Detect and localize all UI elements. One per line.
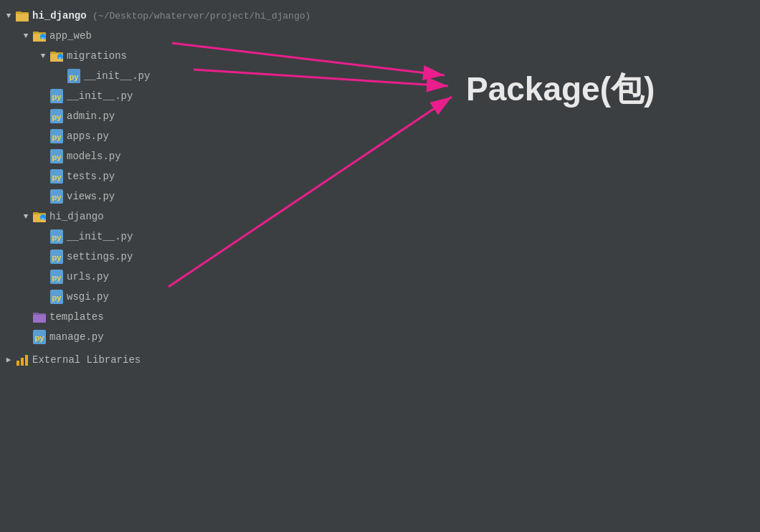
tree-item-tests[interactable]: py tests.py: [0, 166, 760, 186]
tree-item-apps[interactable]: py apps.py: [0, 126, 760, 146]
svg-rect-42: [33, 315, 46, 323]
hi-django-folder-icon: p: [33, 210, 46, 223]
migrations-label: migrations: [67, 50, 127, 62]
svg-rect-43: [33, 313, 39, 315]
tree-item-migrations[interactable]: p migrations: [0, 46, 760, 66]
tree-item-hi-django[interactable]: p hi_django: [0, 206, 760, 227]
app-web-arrow: [20, 30, 32, 42]
tree-item-hi-django-init[interactable]: py __init__.py: [0, 227, 760, 247]
hi-django-init-arrow: [37, 231, 49, 242]
svg-text:py: py: [52, 133, 62, 141]
package-folder-icon: p: [33, 29, 46, 42]
svg-text:py: py: [69, 72, 79, 81]
tree-item-templates[interactable]: templates: [0, 307, 760, 327]
external-libraries-arrow: [3, 354, 14, 366]
file-tree: hi_django (~/Desktop/whaterver/project/h…: [0, 0, 760, 376]
migrations-folder-icon: p: [50, 49, 63, 62]
svg-rect-2: [16, 11, 22, 14]
root-arrow: [3, 10, 14, 22]
svg-text:py: py: [52, 273, 62, 282]
manage-label: manage.py: [49, 331, 104, 343]
svg-rect-5: [33, 32, 39, 34]
tree-root[interactable]: hi_django (~/Desktop/whaterver/project/h…: [0, 6, 760, 26]
manage-arrow: [20, 331, 32, 343]
wsgi-py-icon: py: [50, 290, 63, 303]
tree-item-manage[interactable]: py manage.py: [0, 327, 760, 347]
svg-rect-48: [25, 355, 28, 366]
hi-django-label: hi_django: [49, 211, 104, 222]
svg-text:py: py: [52, 113, 62, 121]
wsgi-label: wsgi.py: [67, 291, 109, 303]
tree-item-models[interactable]: py models.py: [0, 146, 760, 166]
apps-arrow: [37, 130, 49, 142]
apps-label: apps.py: [67, 130, 109, 142]
templates-folder-icon: [33, 310, 46, 323]
svg-text:py: py: [34, 333, 44, 342]
models-label: models.py: [67, 151, 121, 162]
urls-label: urls.py: [67, 271, 109, 282]
settings-arrow: [37, 251, 49, 262]
templates-arrow: [20, 311, 32, 323]
svg-text:py: py: [52, 293, 62, 302]
tree-item-migrations-init[interactable]: py __init__.py: [0, 66, 760, 86]
svg-text:py: py: [52, 193, 62, 201]
settings-label: settings.py: [67, 251, 133, 262]
app-web-label: app_web: [49, 30, 92, 42]
tree-item-app-web-init[interactable]: py __init__.py: [0, 86, 760, 106]
models-arrow: [37, 151, 49, 162]
apps-py-icon: py: [50, 130, 63, 143]
tests-arrow: [37, 171, 49, 182]
migrations-init-label: __init__.py: [84, 70, 150, 82]
svg-rect-30: [33, 212, 39, 214]
tree-item-urls[interactable]: py urls.py: [0, 267, 760, 287]
svg-text:py: py: [52, 233, 62, 242]
migrations-init-arrow: [54, 70, 66, 82]
migrations-arrow: [37, 50, 49, 62]
svg-text:py: py: [52, 153, 62, 161]
admin-arrow: [37, 110, 49, 122]
manage-py-icon: py: [33, 331, 46, 343]
external-libraries-label: External Libraries: [32, 354, 141, 366]
svg-text:py: py: [52, 253, 62, 262]
models-py-icon: py: [50, 150, 63, 163]
svg-rect-46: [16, 361, 19, 366]
app-web-init-label: __init__.py: [67, 90, 133, 102]
hi-django-init-label: __init__.py: [67, 231, 133, 242]
python-file-icon-2: py: [50, 90, 63, 103]
views-arrow: [37, 191, 49, 202]
root-label: hi_django (~/Desktop/whaterver/project/h…: [32, 10, 310, 22]
project-folder-icon: [16, 9, 29, 22]
settings-py-icon: py: [50, 250, 63, 263]
tests-label: tests.py: [67, 171, 115, 182]
tree-item-external-libraries[interactable]: External Libraries: [0, 350, 760, 370]
external-libraries-icon: [16, 353, 29, 366]
svg-rect-10: [50, 52, 56, 54]
svg-rect-47: [21, 358, 24, 366]
svg-text:py: py: [52, 173, 62, 181]
urls-py-icon: py: [50, 270, 63, 283]
tree-item-app-web[interactable]: p app_web: [0, 26, 760, 46]
tree-item-wsgi[interactable]: py wsgi.py: [0, 287, 760, 307]
views-label: views.py: [67, 191, 115, 202]
admin-py-icon: py: [50, 110, 63, 123]
views-py-icon: py: [50, 190, 63, 203]
python-file-icon: py: [67, 70, 80, 82]
tree-item-views[interactable]: py views.py: [0, 186, 760, 206]
tree-item-settings[interactable]: py settings.py: [0, 247, 760, 267]
app-web-init-arrow: [37, 90, 49, 102]
tree-item-admin[interactable]: py admin.py: [0, 106, 760, 126]
tests-py-icon: py: [50, 170, 63, 183]
svg-text:py: py: [52, 92, 62, 101]
templates-label: templates: [49, 311, 104, 323]
wsgi-arrow: [37, 291, 49, 303]
hi-django-arrow: [20, 211, 32, 222]
svg-rect-1: [16, 14, 29, 22]
hi-django-init-icon: py: [50, 230, 63, 243]
admin-label: admin.py: [67, 110, 115, 122]
urls-arrow: [37, 271, 49, 282]
